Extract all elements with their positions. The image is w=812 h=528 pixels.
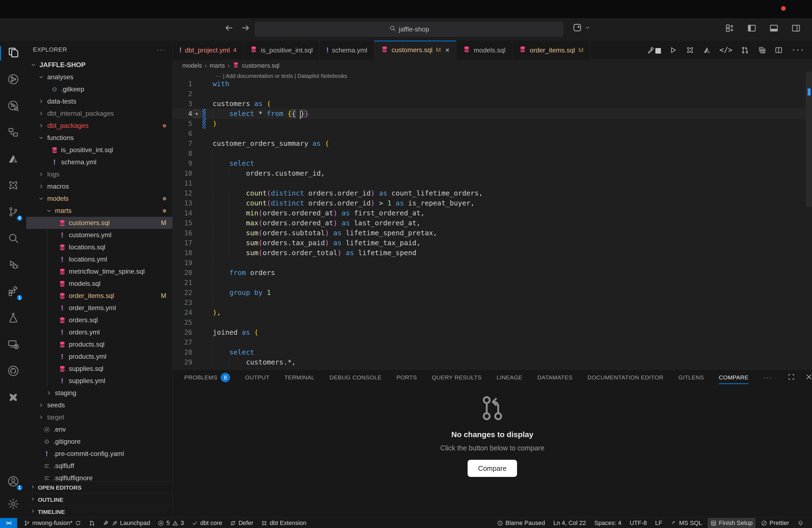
editor-scrollbar[interactable] — [806, 72, 812, 369]
status-finish-setup[interactable]: Finish Setup — [708, 518, 755, 528]
code-line-7[interactable]: 7customer_orders_summary as ( — [173, 138, 806, 149]
status-launchpad[interactable]: Launchpad — [100, 518, 153, 528]
status-defer[interactable]: Defer — [227, 518, 256, 528]
sidebar-item-dbt-internal-packages[interactable]: dbt_internal_packages — [26, 107, 172, 120]
sidebar-item-macros[interactable]: macros — [26, 180, 172, 192]
sidebar-item-data-tests[interactable]: data-tests — [26, 95, 172, 107]
sidebar-item-is-positive-int-sql[interactable]: is_positive_int.sql — [26, 144, 172, 156]
activity-item-source-control[interactable]: 4 — [4, 204, 22, 221]
code-line-8[interactable]: 8 — [173, 149, 806, 159]
sidebar-item-sqlfluff[interactable]: .sqlfluff — [26, 460, 172, 472]
status-git-branch[interactable]: mwong-fusion* — [21, 518, 84, 528]
activity-item-dbt[interactable] — [4, 389, 22, 407]
status-blame[interactable]: Blame Paused — [494, 518, 548, 528]
activity-item-search[interactable] — [4, 230, 22, 248]
compare-button[interactable]: Compare — [468, 460, 517, 477]
sidebar-section-open-editors[interactable]: OPEN EDITORS — [26, 481, 172, 494]
panel-tab-terminal[interactable]: TERMINAL — [285, 369, 315, 385]
copilot-menu[interactable] — [572, 23, 591, 34]
back-arrow-icon[interactable] — [224, 23, 234, 34]
query-table-icon[interactable] — [758, 46, 766, 54]
panel-tab-documentation-editor[interactable]: DOCUMENTATION EDITOR — [588, 369, 663, 385]
sidebar-item-supplies-yml[interactable]: !supplies.yml — [26, 375, 172, 387]
sidebar-item-schema-yml[interactable]: !schema.yml — [26, 156, 172, 168]
sidebar-item-customers-yml[interactable]: !customers.yml — [26, 229, 172, 241]
sidebar-item-marts[interactable]: marts — [26, 205, 172, 217]
sidebar-item-gitkeep[interactable]: .gitkeep — [26, 83, 172, 95]
build-icon[interactable] — [646, 46, 661, 54]
panel-tab-problems[interactable]: PROBLEMS8 — [184, 369, 230, 385]
panel-tab-ports[interactable]: PORTS — [396, 369, 417, 385]
activity-item-lineage[interactable] — [4, 71, 22, 89]
code-line-23[interactable]: 23 — [173, 298, 806, 308]
command-center-search[interactable]: jaffle-shop — [255, 22, 563, 36]
activity-item-github[interactable] — [4, 363, 22, 380]
code-line-17[interactable]: 17 sum(orders.tax_paid) as lifetime_tax_… — [173, 238, 806, 248]
maximize-panel-icon[interactable] — [787, 373, 795, 382]
breadcrumb-item-customers-sql[interactable]: customers.sql — [242, 62, 279, 69]
sidebar-item-models-sql[interactable]: models.sql — [26, 278, 172, 290]
split-editor-icon[interactable] — [774, 46, 783, 54]
code-line-25[interactable]: 25 — [173, 318, 806, 327]
code-line-26[interactable]: 26joined as ( — [173, 327, 806, 337]
code-line-10[interactable]: 10 orders.customer_id, — [173, 168, 806, 178]
code-line-28[interactable]: 28 select — [173, 348, 806, 357]
code-line-29[interactable]: 29 customers.*, — [173, 357, 806, 367]
status-notifications[interactable] — [795, 518, 807, 528]
code-line-19[interactable]: 19 — [173, 258, 806, 268]
run-icon[interactable] — [669, 46, 678, 54]
panel-tab-output[interactable]: OUTPUT — [245, 369, 270, 385]
layout-grid-icon[interactable] — [725, 23, 735, 34]
add-line-action-icon[interactable]: + — [193, 110, 201, 118]
sidebar-item-dbt-packages[interactable]: dbt_packages — [26, 120, 172, 132]
dbt-action-icon[interactable] — [686, 46, 694, 54]
datafold-action-icon[interactable] — [702, 46, 711, 54]
panel-tab-debug-console[interactable]: DEBUG CONSOLE — [330, 369, 381, 385]
sidebar-item-jaffle-shop[interactable]: JAFFLE-SHOP — [26, 59, 172, 71]
activity-item-run-debug[interactable] — [4, 256, 22, 274]
code-line-11[interactable]: 11 — [173, 178, 806, 188]
breadcrumb-item-marts[interactable]: marts — [209, 62, 225, 69]
status-dbt-extension[interactable]: dbt Extension — [258, 518, 309, 528]
sidebar-item-pre-commit-config-yaml[interactable]: !.pre-commit-config.yaml — [26, 448, 172, 460]
panel-tab-compare[interactable]: COMPARE — [719, 369, 749, 385]
explorer-more-icon[interactable]: ··· — [157, 46, 166, 54]
sidebar-item-locations-sql[interactable]: locations.sql — [26, 241, 172, 253]
status-encoding[interactable]: UTF-8 — [627, 518, 650, 528]
sidebar-section-outline[interactable]: OUTLINE — [26, 494, 172, 505]
status-compare-status[interactable] — [86, 518, 98, 528]
forward-arrow-icon[interactable] — [241, 23, 250, 34]
code-line-27[interactable]: 27 — [173, 337, 806, 348]
status-language-mode[interactable]: MS SQL — [668, 518, 705, 528]
code-line-6[interactable]: 6 — [173, 129, 806, 138]
tab-models-sql[interactable]: models.sql — [456, 41, 512, 60]
sidebar-item-customers-sql[interactable]: customers.sqlM — [26, 217, 172, 229]
activity-item-flowchart[interactable] — [4, 124, 22, 142]
code-line-13[interactable]: 13 count(distinct orders.order_id) > 1 a… — [173, 198, 806, 208]
compiled-code-icon[interactable]: </> — [720, 46, 733, 54]
sidebar-item-models[interactable]: models — [26, 192, 172, 205]
activity-item-testing[interactable] — [4, 310, 22, 327]
sidebar-item-gitignore[interactable]: .gitignore — [26, 436, 172, 448]
activity-item-settings[interactable] — [4, 496, 22, 513]
code-line-20[interactable]: 20 from orders — [173, 268, 806, 278]
panel-bottom-icon[interactable] — [769, 23, 779, 34]
status-eol[interactable]: LF — [652, 518, 665, 528]
sidebar-section-timeline[interactable]: TIMELINE — [26, 505, 172, 518]
status-cursor-position[interactable]: Ln 4, Col 22 — [550, 518, 589, 528]
codelens[interactable]: ··· | Add documentation or tests | Datap… — [216, 73, 347, 79]
status-indentation[interactable]: Spaces: 4 — [592, 518, 624, 528]
sidebar-item-order-items-yml[interactable]: !order_items.yml — [26, 302, 172, 314]
code-line-16[interactable]: 16 sum(orders.subtotal) as lifetime_spen… — [173, 228, 806, 238]
sidebar-item-staging[interactable]: staging — [26, 387, 172, 399]
tab-schema-yml[interactable]: !schema.yml — [320, 41, 374, 60]
panel-tab-lineage[interactable]: LINEAGE — [497, 369, 523, 385]
close-panel-icon[interactable] — [805, 373, 812, 382]
panel-left-icon[interactable] — [747, 23, 757, 34]
more-actions-icon[interactable]: ··· — [791, 46, 804, 54]
close-icon[interactable]: × — [445, 46, 449, 54]
code-line-2[interactable]: 2 — [173, 89, 806, 99]
code-line-3[interactable]: 3customers as ( — [173, 99, 806, 109]
code-line-5[interactable]: 5) — [173, 119, 806, 129]
code-line-4[interactable]: 4+ select * from {{ }} — [173, 109, 806, 119]
